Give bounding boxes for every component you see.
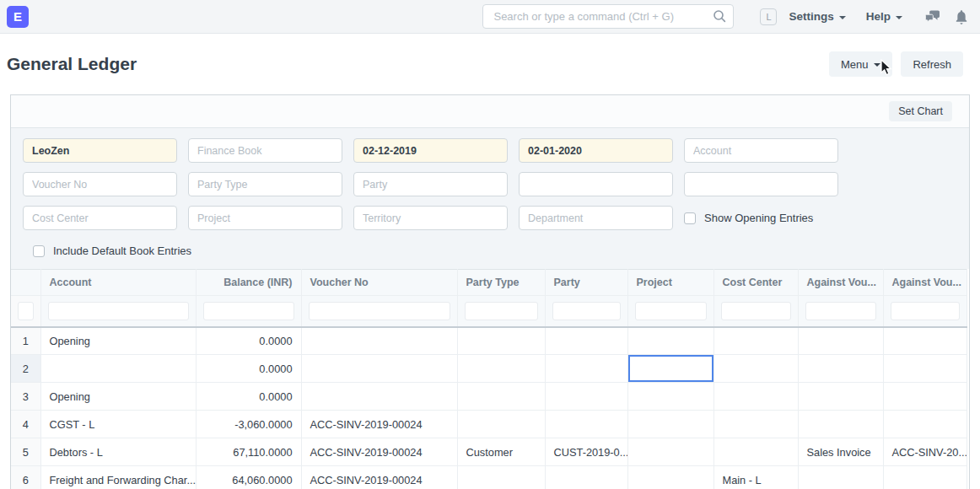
cell-party[interactable] <box>545 383 627 411</box>
show-opening-entries-checkbox[interactable]: Show Opening Entries <box>684 212 838 224</box>
app-logo[interactable]: E <box>7 6 29 28</box>
filter-input-account[interactable] <box>684 138 838 163</box>
column-filter-row-number[interactable] <box>18 302 34 320</box>
cell-party[interactable] <box>545 411 627 438</box>
filter-input-finance-book[interactable] <box>188 138 342 163</box>
cell-balance[interactable]: 0.0000 <box>196 355 301 383</box>
cell-voucher-no[interactable]: ACC-SINV-2019-00024 <box>301 466 457 489</box>
settings-menu[interactable]: Settings <box>789 10 845 23</box>
cell-against-voucher[interactable] <box>883 355 967 383</box>
filter-input-blank-2[interactable] <box>684 172 838 196</box>
cell-party-type[interactable] <box>457 327 545 355</box>
cell-cost-center[interactable] <box>713 327 798 355</box>
cell-balance[interactable]: -3,060.0000 <box>196 411 301 438</box>
filter-input-to-date[interactable] <box>519 138 673 163</box>
menu-button[interactable]: Menu <box>829 51 893 77</box>
cell-balance[interactable]: 0.0000 <box>196 327 301 355</box>
cell-party[interactable]: CUST-2019-0... <box>545 438 627 466</box>
cell-row-number[interactable]: 3 <box>11 383 40 411</box>
cell-balance[interactable]: 64,060.0000 <box>196 466 301 489</box>
column-filter-voucher-no[interactable] <box>309 302 450 320</box>
column-header-party[interactable]: Party <box>545 270 627 296</box>
cell-voucher-no[interactable] <box>301 327 457 355</box>
cell-row-number[interactable]: 6 <box>11 466 40 489</box>
notifications-bell-icon[interactable] <box>955 9 968 24</box>
column-header-party-type[interactable]: Party Type <box>457 270 545 296</box>
column-header-project[interactable]: Project <box>627 270 713 296</box>
cell-against-voucher[interactable]: ACC-SINV-20... <box>883 438 967 466</box>
cell-cost-center[interactable] <box>713 438 798 466</box>
filter-input-party[interactable] <box>353 172 508 196</box>
cell-against-voucher-type[interactable] <box>798 327 883 355</box>
cell-party-type[interactable] <box>457 355 545 383</box>
filter-input-department[interactable] <box>519 206 673 230</box>
cell-account[interactable]: Freight and Forwarding Char... <box>40 466 196 489</box>
filter-input-party-type[interactable] <box>188 172 342 196</box>
column-header-voucher-no[interactable]: Voucher No <box>301 270 457 296</box>
chat-icon[interactable] <box>924 9 941 24</box>
column-filter-against-voucher-type[interactable] <box>805 302 876 320</box>
column-filter-against-voucher[interactable] <box>891 302 960 320</box>
cell-against-voucher-type[interactable]: Sales Invoice <box>798 438 883 466</box>
cell-balance[interactable]: 0.0000 <box>196 383 301 411</box>
column-header-account[interactable]: Account <box>40 270 196 296</box>
cell-row-number[interactable]: 1 <box>11 327 40 355</box>
cell-voucher-no[interactable] <box>301 355 457 383</box>
cell-row-number[interactable]: 4 <box>11 411 40 438</box>
filter-input-voucher-no[interactable] <box>23 172 177 196</box>
help-menu[interactable]: Help <box>866 10 902 23</box>
set-chart-button[interactable]: Set Chart <box>889 101 952 121</box>
cell-against-voucher[interactable] <box>883 383 967 411</box>
column-header-row-number[interactable] <box>11 270 40 296</box>
filter-input-project[interactable] <box>188 206 342 230</box>
cell-against-voucher-type[interactable] <box>798 355 883 383</box>
cell-project[interactable] <box>627 355 713 383</box>
cell-project[interactable] <box>627 438 713 466</box>
filter-input-company[interactable] <box>23 138 177 163</box>
cell-cost-center[interactable] <box>713 383 798 411</box>
cell-against-voucher-type[interactable] <box>798 383 883 411</box>
column-filter-party-type[interactable] <box>465 302 538 320</box>
cell-project[interactable] <box>627 411 713 438</box>
cell-against-voucher[interactable] <box>883 466 967 489</box>
column-header-against-voucher[interactable]: Against Vou... <box>883 270 967 296</box>
filter-input-cost-center[interactable] <box>23 206 177 230</box>
cell-project[interactable] <box>627 466 713 489</box>
cell-account[interactable] <box>40 355 196 383</box>
cell-project[interactable] <box>627 383 713 411</box>
cell-voucher-no[interactable]: ACC-SINV-2019-00024 <box>301 438 457 466</box>
cell-account[interactable]: Debtors - L <box>40 438 196 466</box>
column-header-against-voucher-type[interactable]: Against Vou... <box>798 270 883 296</box>
cell-party-type[interactable] <box>457 383 545 411</box>
column-filter-project[interactable] <box>635 302 707 320</box>
filter-input-territory[interactable] <box>353 206 508 230</box>
cell-party-type[interactable] <box>457 411 545 438</box>
cell-against-voucher-type[interactable] <box>798 466 883 489</box>
cell-row-number[interactable]: 2 <box>11 355 40 383</box>
column-header-balance[interactable]: Balance (INR) <box>196 270 301 296</box>
cell-account[interactable]: Opening <box>40 327 196 355</box>
column-filter-account[interactable] <box>48 302 189 320</box>
column-filter-cost-center[interactable] <box>721 302 791 320</box>
cell-balance[interactable]: 67,110.0000 <box>196 438 301 466</box>
cell-party[interactable] <box>545 466 627 489</box>
search-input[interactable] <box>482 4 734 29</box>
cell-cost-center[interactable]: Main - L <box>713 466 798 489</box>
filter-input-from-date[interactable] <box>353 138 508 163</box>
refresh-button[interactable]: Refresh <box>901 51 963 77</box>
cell-project[interactable] <box>627 327 713 355</box>
cell-party[interactable] <box>545 355 627 383</box>
cell-party-type[interactable] <box>457 466 545 489</box>
cell-against-voucher[interactable] <box>883 411 967 438</box>
cell-party-type[interactable]: Customer <box>457 438 545 466</box>
cell-voucher-no[interactable] <box>301 383 457 411</box>
filter-input-blank-1[interactable] <box>519 172 673 196</box>
column-header-cost-center[interactable]: Cost Center <box>713 270 798 296</box>
cell-cost-center[interactable] <box>713 355 798 383</box>
column-filter-balance[interactable] <box>203 302 294 320</box>
column-filter-party[interactable] <box>552 302 621 320</box>
user-avatar[interactable]: L <box>760 8 777 25</box>
cell-against-voucher-type[interactable] <box>798 411 883 438</box>
include-default-book-entries-checkbox[interactable]: Include Default Book Entries <box>33 244 969 257</box>
search-icon[interactable] <box>713 9 726 26</box>
